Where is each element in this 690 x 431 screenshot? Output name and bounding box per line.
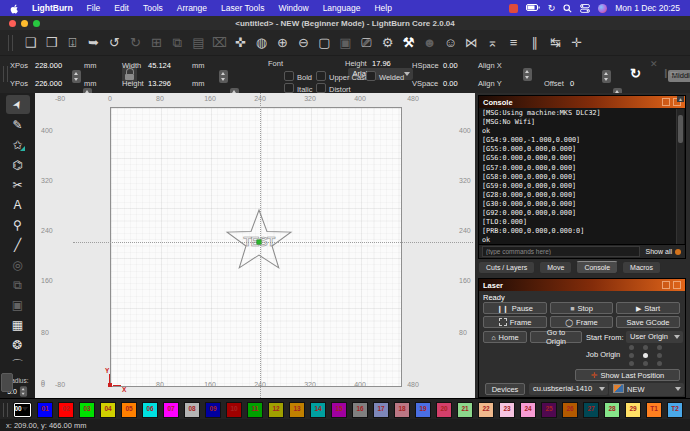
- toolbar-drag-handle[interactable]: [8, 35, 13, 51]
- offset-tool[interactable]: ◎: [6, 255, 30, 274]
- job-origin-dot-6[interactable]: [629, 361, 634, 366]
- menu-item-language[interactable]: Language: [316, 3, 368, 13]
- palette-swatch-11[interactable]: 11: [247, 402, 263, 418]
- palette-swatch-15[interactable]: 15: [331, 402, 347, 418]
- frame-circle-button[interactable]: ◯Frame: [550, 316, 613, 328]
- zoom-out-icon[interactable]: ⊖: [293, 32, 314, 54]
- laser-close-icon[interactable]: [673, 281, 681, 289]
- mirror-vertical-icon[interactable]: ⌅: [482, 32, 503, 54]
- save-icon[interactable]: ⍗: [62, 32, 83, 54]
- job-origin-dot-3[interactable]: [629, 353, 634, 358]
- zoom-in-icon[interactable]: ⊕: [272, 32, 293, 54]
- polygon-shape-tool[interactable]: ⌬: [6, 155, 30, 174]
- palette-swatch-20[interactable]: 20: [436, 402, 452, 418]
- palette-swatch-01[interactable]: 01: [37, 402, 53, 418]
- distribute-h-icon[interactable]: ∥: [524, 32, 545, 54]
- pan-icon[interactable]: ✜: [230, 32, 251, 54]
- hspace-stepper[interactable]: [602, 70, 611, 83]
- tab-cuts-layers[interactable]: Cuts / Layers: [478, 261, 535, 274]
- palette-swatch-25[interactable]: 25: [541, 402, 557, 418]
- menu-item-help[interactable]: Help: [367, 3, 398, 13]
- tab-move[interactable]: Move: [539, 261, 572, 274]
- vspace-field[interactable]: 0.00: [443, 79, 458, 88]
- palette-swatch-27[interactable]: 27: [583, 402, 599, 418]
- app-status-icon[interactable]: [509, 4, 518, 13]
- hspace-field[interactable]: 0.00: [443, 61, 458, 70]
- menu-item-arrange[interactable]: Arrange: [170, 3, 214, 13]
- line-tool[interactable]: ╱: [6, 235, 30, 254]
- palette-swatch-16[interactable]: 16: [352, 402, 368, 418]
- palette-swatch-26[interactable]: 26: [562, 402, 578, 418]
- scrollbar-thumb[interactable]: [678, 115, 683, 143]
- go-to-origin-button[interactable]: Go to Origin: [530, 331, 582, 343]
- tab-console[interactable]: Console: [576, 261, 618, 274]
- search-icon[interactable]: [563, 4, 572, 13]
- palette-swatch-03[interactable]: 03: [79, 402, 95, 418]
- palette-swatch-00[interactable]: 00: [13, 402, 32, 418]
- bold-checkbox[interactable]: Bold: [284, 71, 312, 82]
- console-titlebar[interactable]: Console: [479, 96, 685, 108]
- offset-field[interactable]: 0: [570, 79, 574, 88]
- job-origin-dot-5[interactable]: [657, 353, 662, 358]
- palette-swatch-t1[interactable]: T1: [646, 402, 662, 418]
- select-tool[interactable]: ➤: [6, 95, 30, 114]
- menu-item-file[interactable]: File: [80, 3, 108, 13]
- palette-swatch-06[interactable]: 06: [142, 402, 158, 418]
- text-tool[interactable]: A: [6, 195, 30, 214]
- pause-button[interactable]: ❙❙Pause: [483, 302, 547, 314]
- palette-swatch-29[interactable]: 29: [625, 402, 641, 418]
- width-stepper[interactable]: [219, 70, 228, 83]
- console-command-input[interactable]: [482, 246, 640, 257]
- open-file-icon[interactable]: ❒: [41, 32, 62, 54]
- palette-swatch-12[interactable]: 12: [268, 402, 284, 418]
- new-file-icon[interactable]: ❑: [20, 32, 41, 54]
- device-settings-icon[interactable]: ⚒: [398, 32, 419, 54]
- xpos-stepper[interactable]: [72, 70, 81, 83]
- palette-swatch-02[interactable]: 02: [58, 402, 74, 418]
- control-center-icon[interactable]: [580, 4, 590, 13]
- width-field[interactable]: 45.124: [148, 61, 171, 70]
- refresh-text-icon[interactable]: ↻: [630, 66, 641, 81]
- palette-swatch-04[interactable]: 04: [100, 402, 116, 418]
- palette-drag-handle[interactable]: [3, 403, 8, 417]
- console-scrollbar[interactable]: ▲ ▼: [676, 109, 684, 245]
- apple-menu-icon[interactable]: [10, 3, 19, 14]
- font-height-field[interactable]: 17.96: [372, 59, 391, 68]
- boolean-tool[interactable]: ⧉: [6, 275, 30, 294]
- palette-swatch-18[interactable]: 18: [394, 402, 410, 418]
- edit-canvas[interactable]: TEST Y X -800801602403204004800-80801602…: [35, 93, 475, 398]
- devices-button[interactable]: Devices: [485, 383, 525, 395]
- mirror-horizontal-icon[interactable]: ⋈: [461, 32, 482, 54]
- save-gcode-button[interactable]: Save GCode: [616, 316, 680, 328]
- menu-item-lightburn[interactable]: LightBurn: [25, 3, 80, 13]
- circle-array-tool[interactable]: ❂: [6, 335, 30, 354]
- font-height-stepper[interactable]: [523, 68, 532, 81]
- xpos-field[interactable]: 228.000: [35, 61, 62, 70]
- dock-toolbar-icon[interactable]: ❙▭: [662, 68, 678, 78]
- palette-swatch-13[interactable]: 13: [289, 402, 305, 418]
- draw-pencil-tool[interactable]: ✎: [6, 115, 30, 134]
- distribute-v-icon[interactable]: ↹: [545, 32, 566, 54]
- menu-item-tools[interactable]: Tools: [136, 3, 170, 13]
- undock-icon[interactable]: [662, 98, 670, 106]
- palette-swatch-t2[interactable]: T2: [667, 402, 683, 418]
- star-shape[interactable]: TEST: [224, 207, 294, 277]
- undo-icon[interactable]: ↺: [104, 32, 125, 54]
- device-select[interactable]: NEW: [609, 383, 684, 396]
- zoom-window-icon[interactable]: ◍: [251, 32, 272, 54]
- user-icon[interactable]: ☺: [440, 32, 461, 54]
- frame-selection-icon[interactable]: ▢: [314, 32, 335, 54]
- welded-checkbox[interactable]: Welded: [366, 71, 404, 82]
- job-origin-dot-4[interactable]: [643, 353, 648, 358]
- stop-button[interactable]: ■Stop: [550, 302, 613, 314]
- cut-shapes-tool[interactable]: ✂: [6, 175, 30, 194]
- show-all-toggle[interactable]: [675, 249, 681, 255]
- frame-rect-button[interactable]: Frame: [483, 316, 547, 328]
- tab-macros[interactable]: Macros: [622, 261, 661, 274]
- console-output[interactable]: [MSG:Using machine:MKS DLC32][MSG:No Wif…: [482, 109, 675, 245]
- monitor-icon[interactable]: ⎚: [356, 32, 377, 54]
- palette-swatch-21[interactable]: 21: [457, 402, 473, 418]
- palette-swatch-22[interactable]: 22: [478, 402, 494, 418]
- job-origin-dot-2[interactable]: [657, 345, 662, 350]
- star-shape-tool[interactable]: ✩: [6, 135, 30, 154]
